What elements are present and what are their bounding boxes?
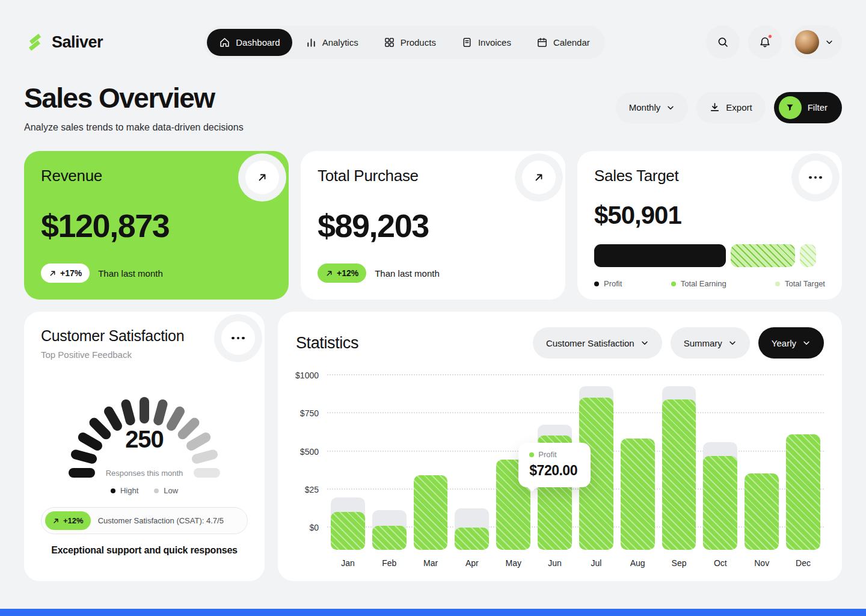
csat-delta-badge: +12%	[45, 511, 91, 530]
ellipsis-icon	[809, 176, 822, 179]
nav-item-products[interactable]: Products	[372, 29, 448, 56]
y-axis: $0$25$500$750$1000	[296, 375, 327, 550]
topbar: Saliver DashboardAnalyticsProductsInvoic…	[0, 0, 866, 59]
x-axis-label: Jan	[327, 558, 369, 568]
x-axis-label: Nov	[741, 558, 782, 568]
home-icon	[219, 37, 230, 48]
total-purchase-expand-button[interactable]	[522, 161, 556, 194]
customer-satisfaction-subtitle: Top Positive Feedback	[41, 350, 248, 360]
customer-satisfaction-menu-button[interactable]	[221, 321, 255, 355]
x-axis-label: Apr	[451, 558, 493, 568]
y-tick: $750	[300, 408, 319, 418]
bar-profit-mar	[414, 475, 448, 550]
x-axis-label: May	[493, 558, 534, 568]
customer-satisfaction-title: Customer Satisfaction	[41, 327, 248, 345]
x-axis-label: Sep	[659, 558, 700, 568]
progress-segment-total-target	[800, 244, 816, 267]
statistics-card: Statistics Customer Satisfaction Summary…	[278, 312, 842, 581]
legend-item-hight: Hight	[111, 486, 138, 495]
page-header: Sales Overview Analyze sales trends to m…	[24, 82, 842, 133]
gauge-segment	[152, 398, 168, 427]
bar-group-oct[interactable]	[699, 375, 741, 550]
x-axis-label: Feb	[369, 558, 410, 568]
legend-dot	[594, 282, 599, 286]
bar-profit-sep	[662, 399, 696, 550]
nav-item-invoices[interactable]: Invoices	[449, 29, 523, 56]
search-button[interactable]	[706, 25, 740, 59]
bar-profit-feb	[372, 526, 407, 550]
sales-target-menu-button[interactable]	[799, 161, 832, 194]
csat-score-text: Customer Satisfaction (CSAT): 4.7/5	[98, 516, 230, 525]
products-icon	[384, 37, 395, 48]
gauge-segment	[120, 398, 137, 427]
sales-target-value: $50,901	[594, 201, 825, 230]
analytics-icon	[306, 37, 317, 48]
statistics-metric-dropdown[interactable]: Customer Satisfaction	[533, 327, 662, 359]
bar-group-apr[interactable]	[451, 375, 493, 550]
chevron-down-icon	[728, 339, 737, 347]
revenue-expand-button[interactable]	[245, 161, 279, 194]
export-button[interactable]: Export	[696, 92, 765, 123]
nav-item-calendar[interactable]: Calendar	[524, 29, 602, 56]
nav-item-label: Invoices	[478, 37, 511, 48]
arrow-up-right-icon	[257, 172, 268, 183]
total-purchase-value: $89,203	[318, 207, 548, 244]
nav-item-analytics[interactable]: Analytics	[293, 29, 370, 56]
bar-group-feb[interactable]	[369, 375, 410, 550]
statistics-range-dropdown[interactable]: Yearly	[758, 327, 824, 359]
x-axis: JanFebMarAprMayJunJulAugSepOctNovDec	[327, 558, 824, 568]
legend-dot	[111, 488, 115, 493]
bar-plot: Profit $720.00	[327, 375, 824, 550]
user-menu[interactable]	[790, 25, 842, 59]
arrow-up-right-icon	[52, 517, 60, 525]
brand-name: Saliver	[52, 33, 103, 52]
bar-group-jan[interactable]	[327, 375, 369, 550]
revenue-value: $120,873	[41, 207, 272, 244]
statistics-view-dropdown[interactable]: Summary	[671, 327, 750, 359]
filter-button[interactable]: Filter	[774, 92, 842, 123]
bar-group-mar[interactable]	[410, 375, 452, 550]
sales-target-card: Sales Target $50,901 ProfitTotal Earning…	[577, 151, 842, 300]
nav-item-dashboard[interactable]: Dashboard	[207, 29, 292, 56]
total-purchase-card-title: Total Purchase	[318, 167, 548, 185]
progress-segment-total-earning	[731, 244, 796, 267]
gauge: 250 Responses this month	[54, 375, 235, 473]
calendar-icon	[536, 37, 548, 48]
saliver-logo-icon	[24, 31, 46, 53]
statistics-title: Statistics	[296, 334, 358, 353]
topbar-actions	[706, 25, 842, 59]
gauge-segment	[69, 468, 95, 478]
chevron-down-icon	[666, 103, 675, 112]
kpi-row: Revenue $120,873 +17% Than last month To…	[24, 151, 842, 300]
notifications-button[interactable]	[748, 25, 782, 59]
notification-dot	[768, 34, 772, 38]
x-axis-label: Jul	[576, 558, 617, 568]
total-purchase-delta-badge: +12%	[318, 263, 366, 283]
y-tick: $1000	[295, 371, 319, 380]
arrow-up-right-icon	[325, 270, 333, 277]
x-axis-label: Jun	[534, 558, 576, 568]
progress-segment-profit	[594, 244, 726, 267]
legend-item-total-target: Total Target	[775, 279, 825, 288]
bar-group-nov[interactable]	[741, 375, 782, 550]
legend-item-low: Low	[154, 486, 178, 495]
customer-satisfaction-card: Customer Satisfaction Top Positive Feedb…	[24, 312, 265, 581]
chevron-down-icon	[640, 339, 649, 347]
x-axis-label: Aug	[617, 558, 659, 568]
revenue-card: Revenue $120,873 +17% Than last month	[24, 151, 289, 300]
invoices-icon	[461, 37, 473, 48]
sales-target-legend: ProfitTotal EarningTotal Target	[594, 279, 825, 288]
revenue-card-title: Revenue	[41, 167, 272, 185]
bar-group-aug[interactable]	[617, 375, 659, 550]
ellipsis-icon	[232, 337, 245, 340]
bar-group-dec[interactable]	[782, 375, 824, 550]
sales-target-card-title: Sales Target	[594, 167, 825, 185]
bar-profit-aug	[621, 439, 655, 550]
period-dropdown[interactable]: Monthly	[616, 92, 689, 123]
bar-profit-jan	[331, 512, 365, 550]
header-controls: Monthly Export Filter	[616, 92, 842, 123]
bar-group-sep[interactable]	[659, 375, 700, 550]
search-icon	[717, 36, 729, 48]
tooltip-label: Profit	[538, 450, 556, 459]
legend-dot	[671, 282, 676, 286]
